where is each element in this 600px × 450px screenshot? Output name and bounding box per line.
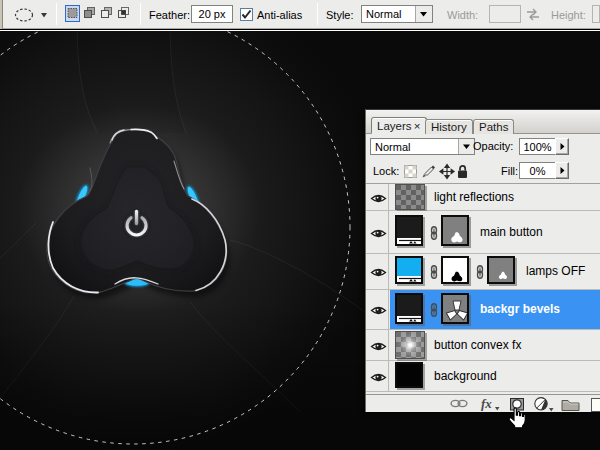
svg-text:fx: fx: [481, 396, 492, 411]
